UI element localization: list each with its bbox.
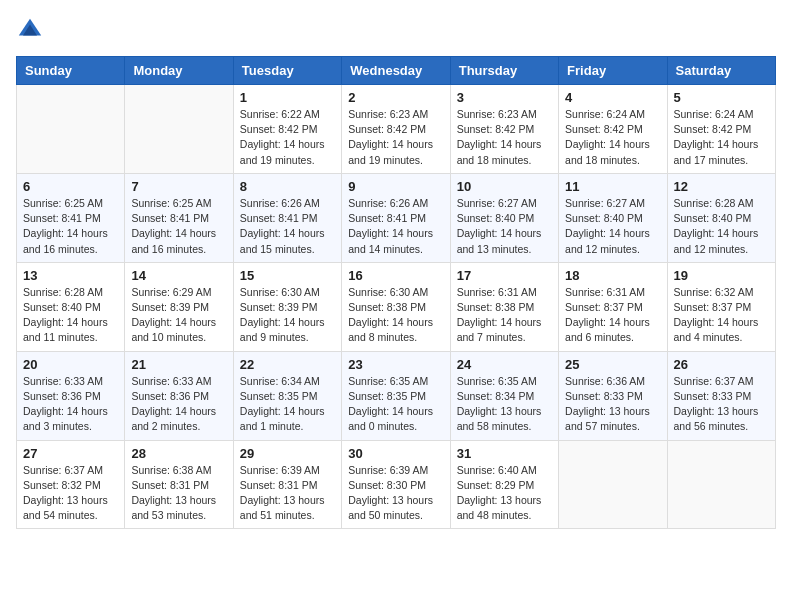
day-info: Sunrise: 6:39 AM Sunset: 8:30 PM Dayligh… (348, 463, 443, 524)
calendar-cell (667, 440, 775, 529)
day-number: 5 (674, 90, 769, 105)
day-number: 25 (565, 357, 660, 372)
logo-icon (16, 16, 44, 44)
day-info: Sunrise: 6:37 AM Sunset: 8:32 PM Dayligh… (23, 463, 118, 524)
calendar-cell (125, 85, 233, 174)
calendar-cell: 1Sunrise: 6:22 AM Sunset: 8:42 PM Daylig… (233, 85, 341, 174)
day-info: Sunrise: 6:28 AM Sunset: 8:40 PM Dayligh… (23, 285, 118, 346)
day-number: 31 (457, 446, 552, 461)
day-number: 17 (457, 268, 552, 283)
weekday-header-thursday: Thursday (450, 57, 558, 85)
weekday-header-monday: Monday (125, 57, 233, 85)
weekday-header-wednesday: Wednesday (342, 57, 450, 85)
calendar-cell: 26Sunrise: 6:37 AM Sunset: 8:33 PM Dayli… (667, 351, 775, 440)
calendar-cell: 25Sunrise: 6:36 AM Sunset: 8:33 PM Dayli… (559, 351, 667, 440)
day-number: 14 (131, 268, 226, 283)
weekday-header-row: SundayMondayTuesdayWednesdayThursdayFrid… (17, 57, 776, 85)
weekday-header-tuesday: Tuesday (233, 57, 341, 85)
day-number: 9 (348, 179, 443, 194)
calendar-cell: 14Sunrise: 6:29 AM Sunset: 8:39 PM Dayli… (125, 262, 233, 351)
calendar-cell: 7Sunrise: 6:25 AM Sunset: 8:41 PM Daylig… (125, 173, 233, 262)
day-info: Sunrise: 6:25 AM Sunset: 8:41 PM Dayligh… (131, 196, 226, 257)
page-header (16, 16, 776, 44)
calendar-table: SundayMondayTuesdayWednesdayThursdayFrid… (16, 56, 776, 529)
calendar-cell: 18Sunrise: 6:31 AM Sunset: 8:37 PM Dayli… (559, 262, 667, 351)
calendar-cell: 2Sunrise: 6:23 AM Sunset: 8:42 PM Daylig… (342, 85, 450, 174)
calendar-cell: 4Sunrise: 6:24 AM Sunset: 8:42 PM Daylig… (559, 85, 667, 174)
day-info: Sunrise: 6:30 AM Sunset: 8:38 PM Dayligh… (348, 285, 443, 346)
day-info: Sunrise: 6:35 AM Sunset: 8:35 PM Dayligh… (348, 374, 443, 435)
day-number: 29 (240, 446, 335, 461)
day-info: Sunrise: 6:39 AM Sunset: 8:31 PM Dayligh… (240, 463, 335, 524)
calendar-cell: 23Sunrise: 6:35 AM Sunset: 8:35 PM Dayli… (342, 351, 450, 440)
calendar-cell: 31Sunrise: 6:40 AM Sunset: 8:29 PM Dayli… (450, 440, 558, 529)
day-number: 21 (131, 357, 226, 372)
day-info: Sunrise: 6:32 AM Sunset: 8:37 PM Dayligh… (674, 285, 769, 346)
week-row-3: 13Sunrise: 6:28 AM Sunset: 8:40 PM Dayli… (17, 262, 776, 351)
day-info: Sunrise: 6:23 AM Sunset: 8:42 PM Dayligh… (457, 107, 552, 168)
day-number: 20 (23, 357, 118, 372)
calendar-cell: 3Sunrise: 6:23 AM Sunset: 8:42 PM Daylig… (450, 85, 558, 174)
day-info: Sunrise: 6:22 AM Sunset: 8:42 PM Dayligh… (240, 107, 335, 168)
day-number: 26 (674, 357, 769, 372)
calendar-cell: 27Sunrise: 6:37 AM Sunset: 8:32 PM Dayli… (17, 440, 125, 529)
week-row-5: 27Sunrise: 6:37 AM Sunset: 8:32 PM Dayli… (17, 440, 776, 529)
calendar-cell: 19Sunrise: 6:32 AM Sunset: 8:37 PM Dayli… (667, 262, 775, 351)
day-number: 11 (565, 179, 660, 194)
day-info: Sunrise: 6:33 AM Sunset: 8:36 PM Dayligh… (23, 374, 118, 435)
day-number: 12 (674, 179, 769, 194)
day-number: 28 (131, 446, 226, 461)
calendar-cell: 9Sunrise: 6:26 AM Sunset: 8:41 PM Daylig… (342, 173, 450, 262)
day-info: Sunrise: 6:35 AM Sunset: 8:34 PM Dayligh… (457, 374, 552, 435)
calendar-cell: 8Sunrise: 6:26 AM Sunset: 8:41 PM Daylig… (233, 173, 341, 262)
day-info: Sunrise: 6:24 AM Sunset: 8:42 PM Dayligh… (565, 107, 660, 168)
calendar-cell: 24Sunrise: 6:35 AM Sunset: 8:34 PM Dayli… (450, 351, 558, 440)
week-row-2: 6Sunrise: 6:25 AM Sunset: 8:41 PM Daylig… (17, 173, 776, 262)
day-info: Sunrise: 6:40 AM Sunset: 8:29 PM Dayligh… (457, 463, 552, 524)
day-info: Sunrise: 6:34 AM Sunset: 8:35 PM Dayligh… (240, 374, 335, 435)
day-info: Sunrise: 6:30 AM Sunset: 8:39 PM Dayligh… (240, 285, 335, 346)
calendar-cell: 16Sunrise: 6:30 AM Sunset: 8:38 PM Dayli… (342, 262, 450, 351)
day-number: 3 (457, 90, 552, 105)
day-info: Sunrise: 6:24 AM Sunset: 8:42 PM Dayligh… (674, 107, 769, 168)
week-row-4: 20Sunrise: 6:33 AM Sunset: 8:36 PM Dayli… (17, 351, 776, 440)
calendar-cell: 29Sunrise: 6:39 AM Sunset: 8:31 PM Dayli… (233, 440, 341, 529)
day-info: Sunrise: 6:31 AM Sunset: 8:37 PM Dayligh… (565, 285, 660, 346)
day-info: Sunrise: 6:28 AM Sunset: 8:40 PM Dayligh… (674, 196, 769, 257)
day-info: Sunrise: 6:36 AM Sunset: 8:33 PM Dayligh… (565, 374, 660, 435)
calendar-cell: 22Sunrise: 6:34 AM Sunset: 8:35 PM Dayli… (233, 351, 341, 440)
day-info: Sunrise: 6:27 AM Sunset: 8:40 PM Dayligh… (457, 196, 552, 257)
calendar-cell (559, 440, 667, 529)
day-number: 15 (240, 268, 335, 283)
calendar-cell (17, 85, 125, 174)
day-number: 19 (674, 268, 769, 283)
calendar-cell: 12Sunrise: 6:28 AM Sunset: 8:40 PM Dayli… (667, 173, 775, 262)
calendar-cell: 13Sunrise: 6:28 AM Sunset: 8:40 PM Dayli… (17, 262, 125, 351)
calendar-cell: 5Sunrise: 6:24 AM Sunset: 8:42 PM Daylig… (667, 85, 775, 174)
day-info: Sunrise: 6:37 AM Sunset: 8:33 PM Dayligh… (674, 374, 769, 435)
day-number: 24 (457, 357, 552, 372)
day-info: Sunrise: 6:26 AM Sunset: 8:41 PM Dayligh… (348, 196, 443, 257)
weekday-header-sunday: Sunday (17, 57, 125, 85)
logo (16, 16, 48, 44)
day-info: Sunrise: 6:33 AM Sunset: 8:36 PM Dayligh… (131, 374, 226, 435)
day-number: 8 (240, 179, 335, 194)
calendar-cell: 21Sunrise: 6:33 AM Sunset: 8:36 PM Dayli… (125, 351, 233, 440)
calendar-cell: 28Sunrise: 6:38 AM Sunset: 8:31 PM Dayli… (125, 440, 233, 529)
day-number: 7 (131, 179, 226, 194)
week-row-1: 1Sunrise: 6:22 AM Sunset: 8:42 PM Daylig… (17, 85, 776, 174)
calendar-cell: 10Sunrise: 6:27 AM Sunset: 8:40 PM Dayli… (450, 173, 558, 262)
day-info: Sunrise: 6:27 AM Sunset: 8:40 PM Dayligh… (565, 196, 660, 257)
weekday-header-saturday: Saturday (667, 57, 775, 85)
day-number: 6 (23, 179, 118, 194)
day-number: 13 (23, 268, 118, 283)
calendar-cell: 11Sunrise: 6:27 AM Sunset: 8:40 PM Dayli… (559, 173, 667, 262)
weekday-header-friday: Friday (559, 57, 667, 85)
day-number: 30 (348, 446, 443, 461)
day-number: 1 (240, 90, 335, 105)
day-info: Sunrise: 6:38 AM Sunset: 8:31 PM Dayligh… (131, 463, 226, 524)
day-number: 2 (348, 90, 443, 105)
day-number: 18 (565, 268, 660, 283)
day-info: Sunrise: 6:25 AM Sunset: 8:41 PM Dayligh… (23, 196, 118, 257)
day-number: 16 (348, 268, 443, 283)
